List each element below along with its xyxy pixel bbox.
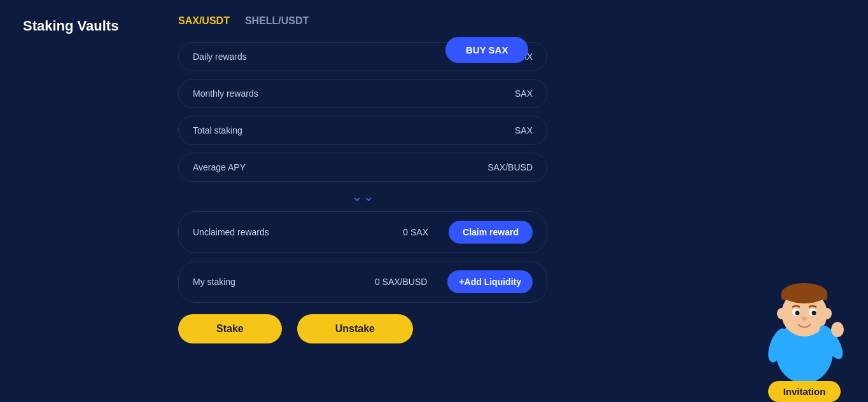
average-apy-value: SAX/BUSD (487, 162, 533, 172)
chevron-down-icon: ⌄⌄ (351, 190, 374, 204)
stake-button[interactable]: Stake (178, 314, 282, 343)
invitation-button[interactable]: Invitation (768, 381, 841, 402)
daily-rewards-label: Daily rewards (193, 52, 247, 62)
svg-point-9 (777, 308, 786, 319)
svg-point-8 (802, 317, 807, 321)
tab-sax-usdt[interactable]: SAX/USDT (178, 13, 230, 29)
average-apy-row: Average APY SAX/BUSD (178, 153, 547, 182)
character-illustration (760, 263, 849, 384)
unclaimed-rewards-value: 0 SAX (403, 227, 428, 237)
total-staking-row: Total staking SAX (178, 116, 547, 145)
my-staking-label: My staking (193, 277, 235, 287)
add-liquidity-button[interactable]: +Add Liquidity (447, 270, 533, 293)
tab-shell-usdt[interactable]: SHELL/USDT (245, 13, 309, 29)
tabs-container: SAX/USDT SHELL/USDT (178, 13, 547, 29)
monthly-rewards-row: Monthly rewards SAX (178, 79, 547, 108)
total-staking-value: SAX (515, 125, 533, 135)
unclaimed-rewards-label: Unclaimed rewards (193, 227, 269, 237)
monthly-rewards-value: SAX (515, 88, 533, 99)
unstake-button[interactable]: Unstake (297, 314, 413, 343)
unclaimed-rewards-row: Unclaimed rewards 0 SAX Claim reward (178, 211, 547, 253)
svg-point-12 (831, 322, 844, 337)
svg-rect-3 (781, 293, 827, 300)
my-staking-value: 0 SAX/BUSD (375, 277, 427, 287)
bottom-buttons: Stake Unstake (178, 314, 547, 343)
expand-chevron-wrapper[interactable]: ⌄⌄ (178, 190, 547, 204)
my-staking-row: My staking 0 SAX/BUSD +Add Liquidity (178, 261, 547, 303)
buy-sax-button[interactable]: BUY SAX (445, 37, 528, 63)
invitation-container: Invitation (741, 237, 868, 402)
average-apy-label: Average APY (193, 162, 246, 172)
page-title: Staking Vaults (23, 18, 118, 34)
svg-point-6 (795, 311, 800, 315)
svg-point-10 (823, 308, 832, 319)
total-staking-label: Total staking (193, 125, 242, 135)
claim-reward-button[interactable]: Claim reward (449, 221, 533, 244)
monthly-rewards-label: Monthly rewards (193, 88, 258, 99)
svg-point-7 (812, 311, 816, 315)
